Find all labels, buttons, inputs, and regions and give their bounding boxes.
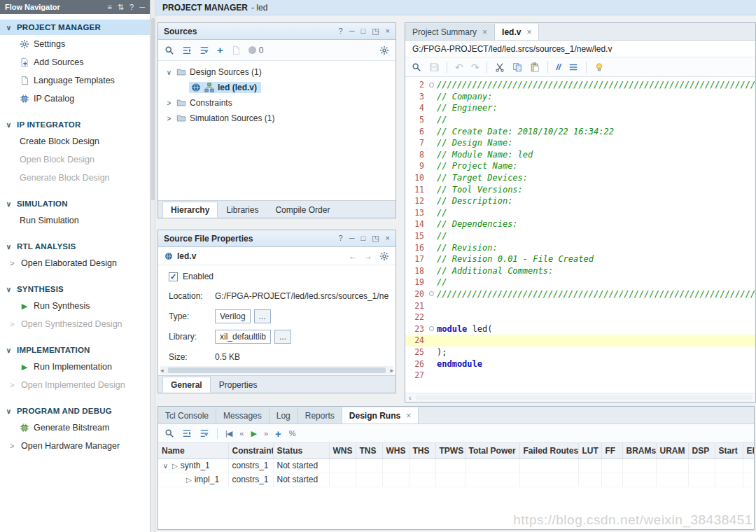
code-line[interactable]: 19// bbox=[405, 276, 755, 288]
add-sources-icon[interactable]: + bbox=[217, 45, 223, 55]
nav-section-program-and-debug[interactable]: ∨PROGRAM AND DEBUG bbox=[0, 403, 150, 419]
code-line[interactable]: 11// Tool Versions: bbox=[405, 183, 755, 195]
enabled-checkbox[interactable]: ✓ bbox=[169, 272, 178, 281]
redo-icon[interactable]: ↷ bbox=[471, 62, 479, 73]
code-line[interactable]: 18// Additional Comments: bbox=[405, 265, 755, 277]
nav-item-add-sources[interactable]: Add Sources bbox=[0, 53, 150, 71]
tree-item-simulation-sources-1[interactable]: >Simulation Sources (1) bbox=[158, 111, 396, 126]
help-icon[interactable]: ? bbox=[339, 234, 343, 243]
flow-navigator-scrollbar[interactable] bbox=[150, 0, 155, 532]
minimize-icon[interactable]: ─ bbox=[349, 27, 355, 36]
close-icon[interactable]: × bbox=[482, 27, 487, 37]
code-line[interactable]: 17// Revision 0.01 - File Created bbox=[405, 253, 755, 265]
run-icon[interactable]: ▶ bbox=[251, 429, 255, 438]
tab-hierarchy[interactable]: Hierarchy bbox=[162, 202, 218, 218]
column-header-tns[interactable]: TNS bbox=[356, 443, 382, 458]
column-header-wns[interactable]: WNS bbox=[329, 443, 356, 458]
nav-item-generate-block-design[interactable]: Generate Block Design bbox=[0, 169, 150, 187]
scrollbar-thumb[interactable] bbox=[151, 18, 155, 200]
column-header-name[interactable]: Name bbox=[158, 443, 228, 458]
settings-gear-icon[interactable] bbox=[379, 46, 389, 55]
rewind-icon[interactable]: « bbox=[239, 429, 243, 438]
code-line[interactable]: 8// Module Name: led bbox=[405, 149, 755, 161]
code-line[interactable]: 24 bbox=[405, 335, 755, 346]
scroll-left-icon[interactable]: ‹ bbox=[409, 393, 412, 402]
nav-item-open-block-design[interactable]: Open Block Design bbox=[0, 150, 150, 169]
column-header-brams[interactable]: BRAMs bbox=[622, 443, 656, 458]
column-header-failed-routes[interactable]: Failed Routes bbox=[519, 443, 578, 458]
chevron-down-icon[interactable]: ∨ bbox=[165, 69, 173, 76]
open-file-icon[interactable] bbox=[231, 46, 241, 55]
undo-icon[interactable]: ↶ bbox=[455, 62, 463, 73]
code-line[interactable]: 22 bbox=[405, 312, 755, 323]
run-row-synth-1[interactable]: ∨▷synth_1constrs_1Not started bbox=[158, 458, 754, 472]
nav-section-project-manager[interactable]: ∨PROJECT MANAGER bbox=[0, 20, 150, 35]
column-header-status[interactable]: Status bbox=[273, 443, 329, 458]
nav-item-open-hardware-manager[interactable]: >Open Hardware Manager bbox=[0, 437, 150, 455]
paste-icon[interactable] bbox=[530, 62, 540, 72]
expand-all-icon[interactable] bbox=[200, 46, 209, 55]
column-header-ela[interactable]: Ela bbox=[743, 443, 754, 458]
editor-hscrollbar[interactable]: ‹ bbox=[405, 393, 755, 402]
chevron-right-icon[interactable]: > bbox=[165, 99, 173, 107]
nav-item-generate-bitstream[interactable]: Generate Bitstream bbox=[0, 419, 150, 437]
tree-item-design-sources-1[interactable]: ∨Design Sources (1) bbox=[158, 64, 396, 80]
nav-item-settings[interactable]: Settings bbox=[0, 35, 150, 53]
percent-icon[interactable]: % bbox=[289, 429, 295, 438]
column-header-whs[interactable]: WHS bbox=[382, 443, 409, 458]
tab-libraries[interactable]: Libraries bbox=[218, 202, 267, 218]
back-arrow-icon[interactable]: ← bbox=[349, 251, 357, 261]
code-line[interactable]: 10// Target Devices: bbox=[405, 172, 755, 184]
create-run-icon[interactable]: + bbox=[275, 428, 281, 439]
code-line[interactable]: 13// bbox=[405, 207, 755, 219]
minimize-icon[interactable]: ─ bbox=[349, 234, 355, 243]
column-header-lut[interactable]: LUT bbox=[578, 443, 601, 458]
code-line[interactable]: 2///////////////////////////////////////… bbox=[405, 79, 755, 91]
collapse-all-icon[interactable] bbox=[182, 428, 192, 438]
forward-arrow-icon[interactable]: → bbox=[364, 251, 372, 261]
code-line[interactable]: 15// bbox=[405, 230, 755, 242]
float-icon[interactable]: ◳ bbox=[372, 234, 379, 243]
properties-hscrollbar[interactable]: ◂ ▸ bbox=[160, 366, 393, 374]
fold-marker-icon[interactable] bbox=[426, 291, 437, 296]
indent-lines-icon[interactable] bbox=[568, 62, 578, 72]
close-icon[interactable]: × bbox=[406, 411, 411, 421]
tab-reports[interactable]: Reports bbox=[298, 407, 342, 424]
tab-tcl-console[interactable]: Tcl Console bbox=[158, 407, 216, 424]
column-header-start[interactable]: Start bbox=[715, 443, 743, 458]
scrollbar-track[interactable] bbox=[416, 396, 752, 400]
column-header-ff[interactable]: FF bbox=[601, 443, 622, 458]
search-icon[interactable] bbox=[164, 46, 174, 55]
close-icon[interactable]: × bbox=[526, 27, 531, 37]
maximize-icon[interactable]: □ bbox=[361, 27, 366, 36]
nav-item-run-implementation[interactable]: ▶Run Implementation bbox=[0, 358, 150, 376]
tab-led-v[interactable]: led.v× bbox=[495, 24, 539, 40]
property-value-input[interactable]: xil_defaultlib bbox=[215, 330, 271, 344]
code-line[interactable]: 4// Engineer: bbox=[405, 102, 755, 114]
tab-design-runs[interactable]: Design Runs× bbox=[342, 407, 419, 424]
code-area[interactable]: 2///////////////////////////////////////… bbox=[405, 77, 755, 393]
step-first-icon[interactable]: |◀ bbox=[225, 429, 232, 438]
settings-gear-icon[interactable] bbox=[379, 251, 389, 261]
fold-marker-icon[interactable] bbox=[426, 326, 437, 331]
code-line[interactable]: 6// Create Date: 2018/10/22 16:34:22 bbox=[405, 125, 755, 137]
code-line[interactable]: 25); bbox=[405, 346, 755, 358]
search-icon[interactable] bbox=[164, 428, 174, 438]
chevron-down-icon[interactable]: ∨ bbox=[162, 462, 169, 470]
collapse-all-icon[interactable] bbox=[182, 46, 192, 55]
nav-item-run-synthesis[interactable]: ▶Run Synthesis bbox=[0, 297, 150, 315]
minimize-icon[interactable]: ─ bbox=[139, 3, 145, 12]
tab-properties[interactable]: Properties bbox=[211, 377, 266, 393]
nav-section-implementation[interactable]: ∨IMPLEMENTATION bbox=[0, 342, 150, 358]
code-line[interactable]: 12// Description: bbox=[405, 195, 755, 207]
code-line[interactable]: 23module led( bbox=[405, 323, 755, 335]
code-line[interactable]: 9// Project Name: bbox=[405, 160, 755, 172]
forward-icon[interactable]: » bbox=[264, 429, 267, 438]
code-line[interactable]: 14// Dependencies: bbox=[405, 218, 755, 230]
browse-button[interactable]: ... bbox=[254, 309, 271, 323]
column-header-dsp[interactable]: DSP bbox=[688, 443, 715, 458]
messages-filter-badge[interactable]: 0 bbox=[248, 46, 264, 55]
tab-project-summary[interactable]: Project Summary× bbox=[405, 24, 495, 40]
property-value-input[interactable]: Verilog bbox=[215, 309, 251, 323]
tree-item-constraints[interactable]: >Constraints bbox=[158, 95, 396, 111]
